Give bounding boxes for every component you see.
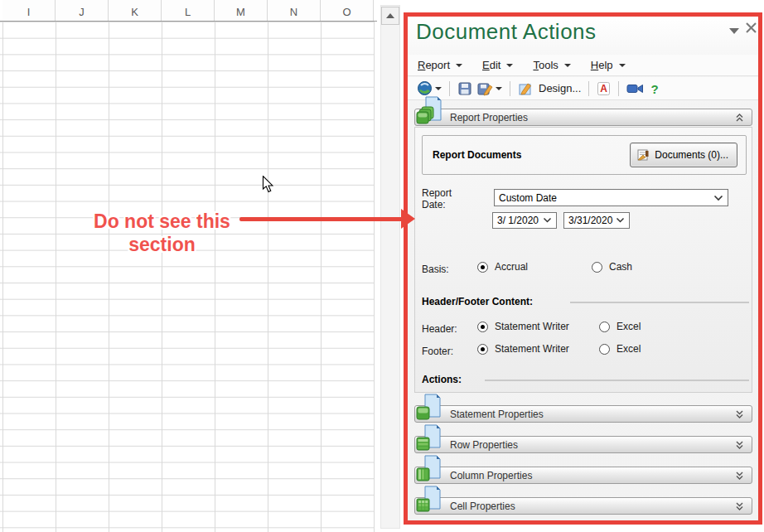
chevron-double-down-icon[interactable]: [735, 501, 744, 511]
toolbar-separator: [588, 81, 589, 96]
basis-cash-option[interactable]: Cash: [592, 261, 632, 273]
header-label: Header:: [422, 323, 457, 335]
vertical-scrollbar[interactable]: [380, 5, 400, 529]
radio-button[interactable]: [592, 262, 602, 273]
document-form-icon: [636, 148, 650, 162]
footer-excel-option[interactable]: Excel: [599, 343, 641, 355]
chevron-down-icon: [435, 87, 442, 90]
column-header[interactable]: O: [321, 0, 374, 21]
chevron-down-icon: [713, 195, 723, 201]
menu-help[interactable]: Help: [591, 59, 626, 71]
chevron-double-down-icon[interactable]: [735, 409, 744, 419]
header-excel-option[interactable]: Excel: [599, 321, 641, 332]
divider: [570, 302, 749, 303]
chevron-double-down-icon[interactable]: [735, 471, 744, 481]
date-from-picker[interactable]: 3/ 1/2020: [492, 212, 557, 229]
radio-button[interactable]: [477, 322, 488, 332]
header-footer-content-label: Header/Footer Content:: [422, 296, 533, 307]
menu-tools[interactable]: Tools: [533, 59, 570, 71]
toolbar: Design... A ?: [408, 77, 758, 100]
radio-button[interactable]: [477, 344, 488, 355]
divider: [485, 380, 749, 381]
worksheet-grid[interactable]: [0, 22, 375, 532]
column-header[interactable]: I: [2, 0, 56, 21]
radio-button[interactable]: [477, 262, 488, 273]
help-button[interactable]: ?: [646, 80, 663, 98]
annotation-text: Do not see this section: [73, 210, 251, 256]
section-title: Column Properties: [450, 470, 532, 481]
menu-report[interactable]: Report: [418, 59, 462, 71]
chevron-down-icon: [543, 217, 552, 224]
date-preset-select[interactable]: Custom Date: [494, 189, 728, 206]
toolbar-separator: [449, 81, 450, 96]
pane-menu-caret-icon[interactable]: [729, 28, 739, 34]
row-properties-icon: [415, 423, 443, 453]
date-to-value: 3/31/2020: [568, 215, 612, 226]
footer-statement-writer-option[interactable]: Statement Writer: [477, 343, 569, 355]
scroll-up-button[interactable]: [381, 7, 399, 25]
statement-properties-icon: [415, 393, 443, 423]
save-as-button[interactable]: [475, 80, 505, 98]
spreadsheet: I J K L M N O: [0, 0, 378, 532]
chevron-down-icon: [619, 64, 626, 67]
column-header[interactable]: N: [268, 0, 321, 21]
annotation-arrowhead-icon: [401, 209, 415, 229]
footer-excel-label: Excel: [617, 343, 641, 355]
save-edit-icon: [477, 81, 493, 96]
video-camera-icon: [626, 82, 644, 95]
section-report-properties[interactable]: Report Properties: [414, 109, 752, 126]
footer-statement-writer-label: Statement Writer: [495, 343, 569, 355]
chevron-double-down-icon[interactable]: [735, 440, 744, 450]
document-actions-pane: Document Actions Report Edit Tools Help: [404, 12, 762, 525]
documents-button[interactable]: Documents (0)...: [630, 143, 737, 167]
section-title: Statement Properties: [450, 409, 544, 420]
section-column-properties[interactable]: Column Properties: [414, 467, 752, 484]
header-statement-writer-option[interactable]: Statement Writer: [477, 321, 569, 332]
basis-cash-label: Cash: [609, 261, 632, 273]
annotation-arrow: [239, 217, 403, 221]
close-icon[interactable]: [746, 22, 757, 33]
design-button[interactable]: Design...: [515, 80, 583, 98]
report-documents-groupbox: Report Documents Documents (0)...: [422, 135, 747, 175]
chevron-down-icon: [616, 217, 625, 224]
basis-accrual-option[interactable]: Accrual: [477, 261, 528, 273]
annotation-line2: section: [73, 233, 251, 256]
footer-label: Footer:: [422, 346, 453, 357]
basis-accrual-label: Accrual: [495, 261, 528, 273]
section-title: Cell Properties: [450, 501, 515, 512]
radio-button[interactable]: [599, 344, 610, 355]
basis-label: Basis:: [422, 264, 449, 275]
chevron-double-up-icon[interactable]: [735, 113, 744, 123]
column-header[interactable]: J: [56, 0, 109, 21]
radio-button[interactable]: [599, 322, 610, 332]
design-icon: [518, 81, 534, 96]
column-header[interactable]: M: [215, 0, 268, 21]
date-from-value: 3/ 1/2020: [497, 215, 539, 226]
actions-label: Actions:: [422, 374, 462, 385]
section-cell-properties[interactable]: Cell Properties: [414, 497, 752, 515]
pdf-icon: A: [597, 81, 611, 96]
report-date-label: Report Date:: [422, 187, 470, 210]
report-properties-content: Report Documents Documents (0)... Report…: [414, 127, 752, 393]
section-statement-properties[interactable]: Statement Properties: [414, 405, 752, 423]
pane-title: Document Actions: [416, 19, 597, 45]
chevron-down-icon: [506, 64, 513, 67]
menu-edit[interactable]: Edit: [482, 59, 513, 71]
date-to-picker[interactable]: 3/31/2020: [563, 212, 630, 229]
chevron-down-icon: [496, 87, 502, 90]
svg-text:?: ?: [651, 81, 659, 95]
menubar: Report Edit Tools Help: [408, 55, 758, 76]
video-help-button[interactable]: [624, 80, 646, 97]
save-button[interactable]: [455, 80, 475, 98]
column-header[interactable]: L: [162, 0, 215, 21]
section-row-properties[interactable]: Row Properties: [414, 436, 752, 453]
column-header[interactable]: K: [109, 0, 162, 21]
header-statement-writer-label: Statement Writer: [495, 321, 569, 332]
chevron-down-icon: [564, 64, 571, 67]
cell-properties-icon: [415, 485, 443, 515]
mouse-cursor-icon: [261, 176, 274, 193]
save-icon: [457, 81, 472, 96]
section-title: Row Properties: [450, 439, 518, 451]
annotation-line1: Do not see this: [73, 210, 251, 233]
export-pdf-button[interactable]: A: [594, 80, 613, 98]
